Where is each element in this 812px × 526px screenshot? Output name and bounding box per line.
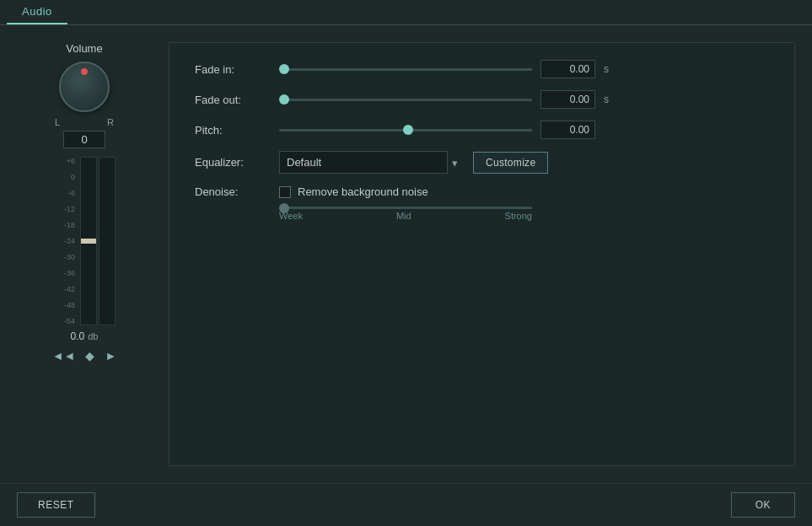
equalizer-select[interactable]: Default Bass Boost Treble Boost Vocal En… bbox=[279, 151, 448, 174]
fade-out-row: Fade out: s bbox=[195, 90, 769, 109]
denoise-strength-container: Week Mid Strong bbox=[279, 207, 532, 221]
vu-bar-left bbox=[80, 157, 97, 325]
fade-out-slider[interactable] bbox=[279, 99, 532, 101]
left-panel: Volume L R 0 +6 0 -6 -12 -18 -24 -30 -36… bbox=[17, 42, 152, 466]
right-panel: Fade in: s Fade out: s Pitch: bbox=[169, 42, 795, 466]
ok-button[interactable]: OK bbox=[731, 492, 795, 518]
vu-bar-right bbox=[99, 157, 116, 325]
lr-labels: L R bbox=[55, 117, 114, 127]
pitch-value[interactable] bbox=[540, 121, 595, 139]
equalizer-select-container: Default Bass Boost Treble Boost Vocal En… bbox=[279, 151, 548, 174]
volume-label: Volume bbox=[66, 42, 102, 55]
denoise-mid-label: Mid bbox=[396, 211, 411, 221]
fade-in-thumb[interactable] bbox=[279, 64, 289, 74]
denoise-labels: Week Mid Strong bbox=[279, 211, 532, 221]
fade-out-unit: s bbox=[604, 94, 614, 105]
denoise-controls: Remove background noise Week Mid Strong bbox=[279, 185, 532, 221]
denoise-label: Denoise: bbox=[195, 185, 271, 198]
vu-thumb-left[interactable] bbox=[80, 239, 97, 244]
denoise-slider-row bbox=[279, 207, 532, 209]
equalizer-label: Equalizer: bbox=[195, 156, 271, 169]
vu-scale: +6 0 -6 -12 -18 -24 -30 -36 -42 -48 -54 bbox=[53, 157, 78, 325]
transport-controls: ◄◄ ◆ ► bbox=[51, 347, 119, 364]
pitch-row: Pitch: bbox=[195, 121, 769, 139]
right-channel-label: R bbox=[107, 117, 114, 127]
db-row: 0.0 db bbox=[71, 330, 99, 342]
equalizer-row: Equalizer: Default Bass Boost Treble Boo… bbox=[195, 151, 769, 174]
tab-audio[interactable]: Audio bbox=[7, 0, 67, 24]
stop-button[interactable]: ◆ bbox=[83, 347, 96, 364]
fade-out-value[interactable] bbox=[540, 90, 595, 109]
volume-knob[interactable] bbox=[59, 62, 110, 112]
fade-out-label: Fade out: bbox=[195, 94, 271, 106]
denoise-checkbox-label: Remove background noise bbox=[298, 185, 428, 198]
equalizer-select-wrapper: Default Bass Boost Treble Boost Vocal En… bbox=[279, 151, 465, 174]
volume-value: 0 bbox=[63, 131, 105, 148]
denoise-checkbox[interactable] bbox=[279, 186, 291, 198]
fade-in-slider[interactable] bbox=[279, 68, 532, 71]
vu-meter: +6 0 -6 -12 -18 -24 -30 -36 -42 -48 -54 bbox=[53, 157, 116, 325]
pitch-thumb[interactable] bbox=[403, 125, 413, 135]
fade-in-value[interactable] bbox=[540, 60, 595, 78]
fade-in-row: Fade in: s bbox=[195, 60, 769, 78]
denoise-strength-thumb[interactable] bbox=[279, 203, 289, 213]
main-content: Volume L R 0 +6 0 -6 -12 -18 -24 -30 -36… bbox=[0, 25, 812, 483]
knob-indicator bbox=[81, 68, 88, 75]
denoise-strength-slider[interactable] bbox=[279, 207, 532, 209]
fade-out-thumb[interactable] bbox=[279, 94, 289, 105]
bottom-bar: RESET OK bbox=[0, 483, 812, 526]
denoise-checkbox-row: Remove background noise bbox=[279, 185, 532, 198]
reset-button[interactable]: RESET bbox=[17, 492, 95, 518]
play-button[interactable]: ► bbox=[103, 347, 118, 364]
fade-in-unit: s bbox=[604, 63, 614, 75]
denoise-row: Denoise: Remove background noise Week bbox=[195, 185, 769, 221]
fade-in-label: Fade in: bbox=[195, 63, 271, 76]
customize-button[interactable]: Customize bbox=[473, 152, 548, 174]
db-unit: db bbox=[88, 331, 98, 341]
left-channel-label: L bbox=[55, 117, 60, 127]
pitch-slider[interactable] bbox=[279, 129, 532, 132]
db-value: 0.0 bbox=[71, 330, 85, 342]
rewind-button[interactable]: ◄◄ bbox=[51, 347, 78, 364]
tab-bar: Audio bbox=[0, 0, 812, 25]
pitch-label: Pitch: bbox=[195, 124, 271, 137]
denoise-strong-label: Strong bbox=[505, 211, 532, 221]
